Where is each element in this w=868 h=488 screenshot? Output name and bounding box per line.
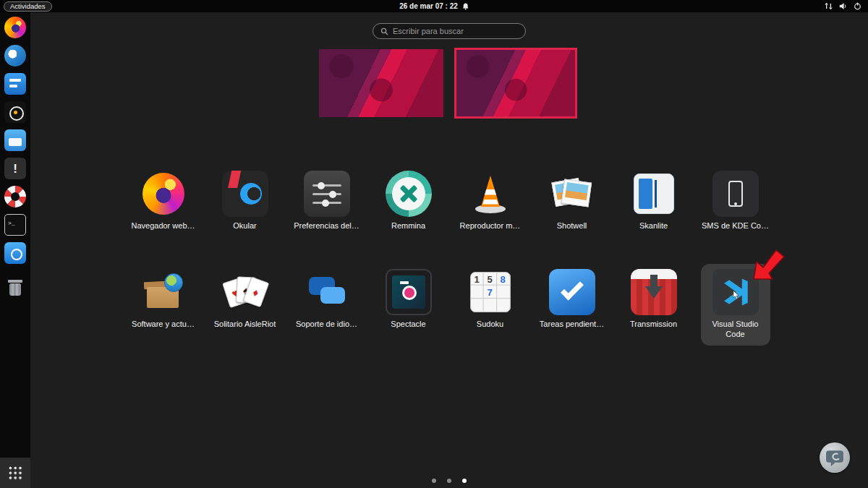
app-sudoku[interactable]: 1 5 8 7 Sudoku xyxy=(449,264,531,346)
annotation-red-arrow xyxy=(751,244,788,282)
app-label: Spectacle xyxy=(391,319,425,329)
dock-screenshot[interactable] xyxy=(4,242,26,264)
app-preferencias[interactable]: Preferencias del… xyxy=(286,166,367,237)
app-label: Solitario AisleRiot xyxy=(214,319,276,329)
app-software-actualizaciones[interactable]: Software y actu… xyxy=(122,264,204,346)
page-dot-1[interactable] xyxy=(432,479,436,483)
trash-icon xyxy=(4,277,26,299)
search-icon xyxy=(380,27,388,35)
app-label: Reproductor m… xyxy=(460,221,521,231)
activities-button[interactable]: Actividades xyxy=(4,1,52,12)
app-navegador-web[interactable]: Navegador web… xyxy=(122,166,204,237)
page-indicator xyxy=(30,479,868,483)
workspace-thumbnail-1[interactable] xyxy=(319,49,443,117)
top-bar: Actividades 26 de mar 07 : 22 xyxy=(0,0,868,12)
terminal-icon: >_ xyxy=(4,214,26,236)
firefox-icon xyxy=(140,171,187,217)
workspace-thumbnail-2-active[interactable] xyxy=(454,48,577,119)
wallpaper xyxy=(319,49,443,117)
app-label: Navegador web… xyxy=(131,221,195,231)
app-aisleriot[interactable]: ♥ ♠ ♦ Solitario AisleRiot xyxy=(204,264,286,346)
app-okular[interactable]: Okular xyxy=(204,166,286,237)
wallpaper xyxy=(456,50,575,116)
remmina-icon xyxy=(386,171,432,217)
photos-stack-icon xyxy=(549,171,595,217)
download-arrow-icon xyxy=(631,269,677,315)
app-label: Transmission xyxy=(630,319,677,329)
app-label: Remmina xyxy=(391,221,425,231)
document-icon xyxy=(4,73,26,95)
app-tareas-pendientes[interactable]: Tareas pendient… xyxy=(531,264,613,346)
app-transmission[interactable]: Transmission xyxy=(613,264,694,346)
system-status-area[interactable] xyxy=(825,0,861,12)
app-label: Soporte de idio… xyxy=(296,319,357,329)
app-label: Skanlite xyxy=(639,221,668,231)
app-label: Preferencias del… xyxy=(294,221,359,231)
search-input[interactable] xyxy=(393,27,518,35)
scanner-icon xyxy=(631,171,677,217)
show-applications-button[interactable] xyxy=(0,458,30,488)
app-soporte-idiomas[interactable]: Soporte de idio… xyxy=(286,264,367,346)
dock-trash[interactable] xyxy=(4,277,26,299)
app-grid-icon xyxy=(8,466,22,480)
volume-icon xyxy=(839,2,847,10)
watermark-logo xyxy=(820,442,850,473)
files-icon xyxy=(4,129,26,151)
dock-terminal[interactable]: >_ xyxy=(4,214,26,236)
camera-icon xyxy=(4,101,26,123)
sudoku-grid-icon: 1 5 8 7 xyxy=(467,269,514,315)
clock-button[interactable]: 26 de mar 07 : 22 xyxy=(399,0,469,12)
dock: ! >_ xyxy=(0,12,30,488)
app-label: Shotwell xyxy=(557,221,587,231)
app-kde-connect-sms[interactable]: SMS de KDE Co… xyxy=(694,166,776,237)
dock-files[interactable] xyxy=(4,129,26,151)
app-grid-row-2: Software y actu… ♥ ♠ ♦ Solitario AisleRi… xyxy=(30,264,868,346)
playing-cards-icon: ♥ ♠ ♦ xyxy=(222,269,268,315)
app-grid-row-1: Navegador web… Okular Preferencias del… … xyxy=(30,166,868,237)
app-label: Sudoku xyxy=(477,319,503,329)
app-shotwell[interactable]: Shotwell xyxy=(531,166,613,237)
notification-bell-icon xyxy=(462,3,469,10)
app-reproductor-vlc[interactable]: Reproductor m… xyxy=(449,166,531,237)
app-spectacle[interactable]: Spectacle xyxy=(367,264,449,346)
checkmark-icon xyxy=(549,269,595,315)
email-icon xyxy=(4,45,26,67)
software-box-globe-icon xyxy=(140,269,187,315)
dock-email[interactable] xyxy=(4,45,26,67)
monitor-camera-icon xyxy=(386,269,432,315)
app-remmina[interactable]: Remmina xyxy=(367,166,449,237)
app-label: Visual Studio Code xyxy=(709,319,762,339)
dock-camera[interactable] xyxy=(4,101,26,123)
dock-firefox[interactable] xyxy=(4,17,26,38)
app-label: Tareas pendient… xyxy=(540,319,604,329)
speech-bubbles-icon xyxy=(304,269,350,315)
gnome-activities-overview: Actividades 26 de mar 07 : 22 xyxy=(0,0,868,488)
dock-documents[interactable] xyxy=(4,73,26,95)
dock-help[interactable] xyxy=(4,186,26,207)
mouse-cursor-icon xyxy=(733,291,740,300)
speech-bubble-icon xyxy=(824,447,846,468)
app-label: Okular xyxy=(233,221,256,231)
firefox-icon xyxy=(4,17,26,38)
screenshot-icon xyxy=(4,242,26,264)
search-bar[interactable] xyxy=(373,23,526,39)
vlc-cone-icon xyxy=(467,171,514,217)
power-icon xyxy=(854,2,861,10)
page-dot-2[interactable] xyxy=(447,479,451,483)
app-skanlite[interactable]: Skanlite xyxy=(613,166,694,237)
warning-icon: ! xyxy=(4,158,26,179)
network-icon xyxy=(825,2,833,10)
clock-label: 26 de mar 07 : 22 xyxy=(399,2,458,10)
dock-warning[interactable]: ! xyxy=(4,158,26,179)
settings-sliders-icon xyxy=(304,171,350,217)
lifebuoy-icon xyxy=(4,186,26,207)
page-dot-3-active[interactable] xyxy=(462,479,467,483)
app-label: SMS de KDE Co… xyxy=(702,221,769,231)
app-label: Software y actu… xyxy=(132,319,195,329)
phone-sms-icon xyxy=(712,171,759,217)
okular-icon xyxy=(222,171,268,217)
